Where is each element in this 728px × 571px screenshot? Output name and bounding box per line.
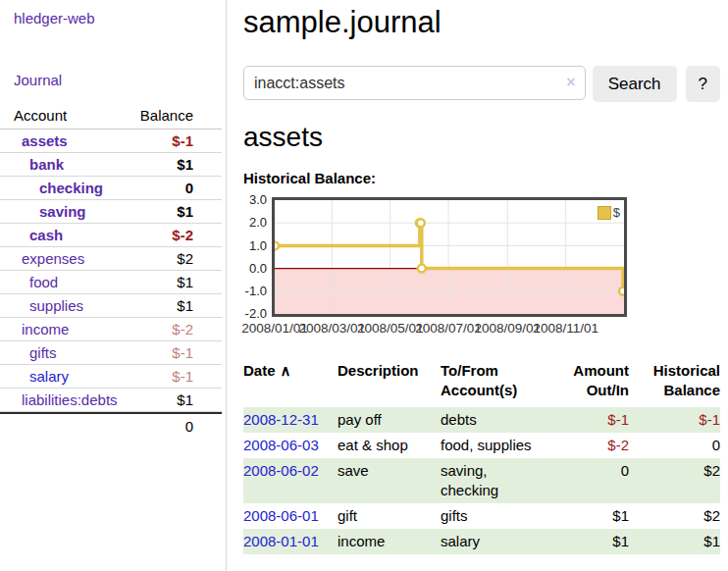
account-link-food[interactable]: food xyxy=(29,274,58,290)
page-title: sample.journal xyxy=(243,4,720,40)
transaction-date-link[interactable]: 2008-06-03 xyxy=(243,437,319,453)
transaction-amount: $1 xyxy=(562,529,629,554)
register-header-balance: Historical Balance xyxy=(629,359,720,407)
clear-search-icon[interactable]: × xyxy=(566,74,575,91)
account-row: gifts$-1 xyxy=(0,341,222,365)
account-balance: $1 xyxy=(130,271,222,294)
transaction-balance: 0 xyxy=(629,433,720,458)
register-header-description: Description xyxy=(338,359,441,407)
account-row: supplies$1 xyxy=(0,294,222,318)
sidebar: hledger-web Journal Account Balance asse… xyxy=(0,0,227,571)
register-row[interactable]: 2008-01-01incomesalary$1$1 xyxy=(243,529,720,554)
register-header-tofrom: To/From Account(s) xyxy=(441,359,562,407)
account-row: assets$-1 xyxy=(0,130,222,153)
transaction-balance: $2 xyxy=(629,458,720,503)
register-row[interactable]: 2008-06-02savesaving,checking0$2 xyxy=(243,458,720,503)
y-axis-tick-label: 3.0 xyxy=(243,192,267,208)
account-heading: assets xyxy=(243,122,720,153)
account-balance: $-2 xyxy=(130,318,222,341)
transaction-accounts: gifts xyxy=(441,503,562,529)
transaction-description: save xyxy=(338,458,441,503)
register-header-amount: Amount Out/In xyxy=(562,359,629,407)
transaction-date: 2008-12-31 xyxy=(243,407,338,433)
account-balance: $1 xyxy=(130,389,222,412)
account-row: liabilities:debts$1 xyxy=(0,389,222,412)
account-balance: $1 xyxy=(130,200,222,224)
transaction-amount: 0 xyxy=(562,458,629,503)
search-form: × Search ? xyxy=(243,66,720,102)
account-row: cash$-2 xyxy=(0,224,222,247)
accounts-total-value: 0 xyxy=(0,412,222,439)
search-button[interactable]: Search xyxy=(593,66,677,102)
legend-label: $ xyxy=(613,205,620,220)
account-link-saving[interactable]: saving xyxy=(39,203,86,220)
x-axis-tick-label: 2008/07/01 xyxy=(415,321,482,336)
main-content: sample.journal × Search ? assets Histori… xyxy=(243,0,720,554)
account-link-bank[interactable]: bank xyxy=(29,156,64,173)
app-title-link[interactable]: hledger-web xyxy=(14,10,226,26)
x-axis-tick-label: 2008/11/01 xyxy=(533,321,598,336)
account-balance: $2 xyxy=(130,247,222,271)
account-link-checking[interactable]: checking xyxy=(39,180,103,196)
sort-ascending-icon: ∧ xyxy=(281,362,291,379)
account-balance: $-2 xyxy=(130,224,222,247)
historical-balance-chart: $ 3.02.01.00.0-1.0-2.02008/01/012008/03/… xyxy=(243,196,720,343)
transaction-description: gift xyxy=(338,503,441,529)
account-link-cash[interactable]: cash xyxy=(29,227,63,243)
register-header-date[interactable]: Date∧ xyxy=(243,359,338,407)
transaction-description: eat & shop xyxy=(338,433,441,458)
register-table: Date∧ Description To/From Account(s) Amo… xyxy=(243,359,720,554)
account-link-assets[interactable]: assets xyxy=(22,132,68,149)
account-balance: $1 xyxy=(130,294,222,318)
register-row[interactable]: 2008-06-03eat & shopfood, supplies$-20 xyxy=(243,433,720,458)
help-button[interactable]: ? xyxy=(686,66,720,102)
account-row: food$1 xyxy=(0,271,222,294)
register-row[interactable]: 2008-06-01giftgifts$1$2 xyxy=(243,503,720,529)
transaction-accounts: saving,checking xyxy=(441,458,562,503)
y-axis-tick-label: -1.0 xyxy=(243,284,267,299)
account-balance: $1 xyxy=(130,153,222,177)
accounts-total-row: 0 xyxy=(0,412,222,439)
transaction-amount: $-1 xyxy=(562,407,629,433)
account-link-expenses[interactable]: expenses xyxy=(22,250,84,267)
transaction-balance: $-1 xyxy=(629,407,720,433)
x-axis-tick-label: 2008/09/01 xyxy=(475,321,542,336)
account-row: income$-2 xyxy=(0,318,222,341)
register-tbody: 2008-12-31pay offdebts$-1$-12008-06-03ea… xyxy=(243,407,720,554)
transaction-date-link[interactable]: 2008-06-01 xyxy=(243,507,319,524)
transaction-amount: $1 xyxy=(562,503,629,529)
chart-plot: $ xyxy=(272,197,627,317)
transaction-date-link[interactable]: 2008-12-31 xyxy=(243,411,319,428)
transaction-description: income xyxy=(338,529,441,554)
account-row: checking0 xyxy=(0,177,222,200)
accounts-tbody: assets$-1bank$1checking0saving$1cash$-2e… xyxy=(0,130,222,412)
transaction-accounts: debts xyxy=(441,407,562,433)
account-link-liabilities-debts[interactable]: liabilities:debts xyxy=(22,391,118,408)
sidebar-item-journal[interactable]: Journal xyxy=(14,72,226,88)
account-link-supplies[interactable]: supplies xyxy=(29,297,83,314)
transaction-amount: $-2 xyxy=(562,433,629,458)
chart-legend: $ xyxy=(598,205,620,220)
chart-plot-svg xyxy=(275,200,624,314)
x-axis-tick-label: 2008/05/01 xyxy=(357,321,424,336)
search-input[interactable] xyxy=(243,66,586,100)
register-row[interactable]: 2008-12-31pay offdebts$-1$-1 xyxy=(243,407,720,433)
account-row: saving$1 xyxy=(0,200,222,224)
account-link-gifts[interactable]: gifts xyxy=(29,344,57,361)
account-balance: $-1 xyxy=(130,130,222,153)
y-axis-tick-label: 2.0 xyxy=(243,215,267,231)
transaction-date: 2008-06-03 xyxy=(243,433,338,458)
transaction-date-link[interactable]: 2008-06-02 xyxy=(243,462,319,479)
transaction-date-link[interactable]: 2008-01-01 xyxy=(243,533,319,549)
accounts-header-balance: Balance xyxy=(130,104,222,130)
account-balance: 0 xyxy=(130,177,222,200)
account-row: bank$1 xyxy=(0,153,222,177)
x-axis-tick-label: 2008/03/01 xyxy=(299,321,366,336)
transaction-accounts: salary xyxy=(441,529,562,554)
account-link-salary[interactable]: salary xyxy=(29,368,69,385)
transaction-description: pay off xyxy=(338,407,441,433)
accounts-header-account: Account xyxy=(0,104,130,130)
account-link-income[interactable]: income xyxy=(22,321,69,337)
y-axis-tick-label: 1.0 xyxy=(243,238,267,254)
transaction-accounts: food, supplies xyxy=(441,433,562,458)
